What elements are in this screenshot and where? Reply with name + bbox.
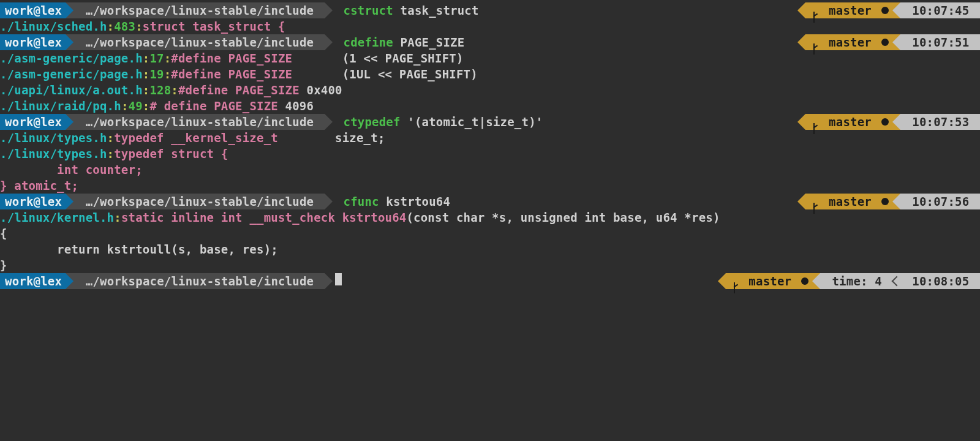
powerline-sep-icon	[892, 194, 900, 209]
git-branch-segment: master	[805, 2, 892, 18]
prompt-right-cluster: master 10:07:53	[797, 114, 980, 130]
prompt-right-cluster: master 10:07:56	[797, 194, 980, 209]
prompt-line[interactable]: work@lex …/workspace/linux-stable/includ…	[0, 114, 980, 130]
powerline-sep-icon	[797, 114, 805, 130]
git-branch-name: master	[821, 114, 878, 130]
powerline-sep-icon	[325, 273, 333, 289]
clock-segment: 10:07:53	[900, 114, 980, 130]
output-span: 128	[149, 83, 171, 97]
prompt-user: work@lex	[5, 273, 62, 289]
powerline-sep-icon	[325, 194, 333, 209]
output-span: :	[107, 131, 115, 145]
command-text[interactable]: cdefine PAGE_SIZE	[333, 34, 465, 50]
output-span: ./linux/sched.h	[0, 20, 107, 33]
prompt-user-segment: work@lex	[0, 114, 66, 130]
powerline-sep-icon	[66, 273, 74, 289]
git-dirty-dot-icon	[881, 198, 889, 205]
output-span: } atomic_t;	[0, 179, 78, 192]
prompt-user: work@lex	[5, 34, 62, 50]
elapsed-time-segment: time: 4	[820, 273, 893, 289]
git-dirty-dot-icon	[881, 118, 889, 126]
output-span: }	[0, 258, 7, 272]
output-span: return kstrtoull(s, base, res);	[0, 243, 278, 256]
output-span: :	[171, 83, 178, 97]
git-dirty-dot-icon	[881, 39, 889, 46]
output-span: 19	[149, 67, 164, 81]
prompt-user: work@lex	[5, 114, 62, 130]
powerline-sep-icon	[892, 114, 900, 130]
output-span: (1UL << PAGE_SHIFT)	[292, 67, 478, 81]
git-branch-name: master	[821, 194, 878, 209]
output-span: 17	[149, 51, 164, 65]
prompt-path-segment: …/workspace/linux-stable/include	[74, 273, 325, 289]
prompt-line[interactable]: work@lex …/workspace/linux-stable/includ…	[0, 34, 980, 50]
prompt-path-segment: …/workspace/linux-stable/include	[74, 194, 325, 209]
prompt-line[interactable]: work@lex …/workspace/linux-stable/includ…	[0, 194, 980, 209]
git-branch-name: master	[821, 34, 878, 50]
output-line: int counter;	[0, 162, 980, 178]
output-span: :	[135, 20, 143, 33]
output-span: :	[143, 83, 150, 97]
output-span: static inline int __must_check kstrtou64	[121, 211, 407, 224]
output-span: :	[121, 99, 129, 113]
powerline-sep-icon	[718, 273, 726, 289]
powerline-sep-icon	[812, 273, 820, 289]
output-span: :	[107, 20, 115, 33]
clock-time: 10:07:45	[905, 2, 976, 18]
output-span: ./linux/raid/pq.h	[0, 99, 121, 113]
prompt-line[interactable]: work@lex …/workspace/linux-stable/includ…	[0, 273, 980, 289]
git-branch-segment: master	[805, 194, 892, 209]
output-span: int counter;	[0, 163, 143, 176]
command-text[interactable]: ctypedef '(atomic_t|size_t)'	[333, 114, 543, 130]
powerline-sep-icon	[892, 34, 900, 50]
clock-segment: 10:07:45	[900, 2, 980, 18]
prompt-line[interactable]: work@lex …/workspace/linux-stable/includ…	[0, 2, 980, 18]
output-line: ./asm-generic/page.h:17:#define PAGE_SIZ…	[0, 50, 980, 66]
powerline-sep-icon	[797, 2, 805, 18]
thin-sep-icon	[893, 273, 900, 289]
command-text[interactable]: cstruct task_struct	[333, 2, 479, 18]
command-name: ctypedef	[336, 115, 401, 129]
prompt-right-cluster: master 10:07:51	[797, 34, 980, 50]
powerline-sep-icon	[797, 194, 805, 209]
git-dirty-dot-icon	[801, 277, 809, 285]
prompt-right-cluster: master time: 4 10:08:05	[718, 273, 980, 289]
output-line: } atomic_t;	[0, 178, 980, 194]
output-span: :	[114, 211, 121, 224]
command-args: '(atomic_t|size_t)'	[401, 115, 543, 129]
clock-time: 10:07:56	[905, 194, 976, 209]
output-span: #define PAGE_SIZE	[171, 67, 292, 81]
command-text[interactable]: cfunc kstrtou64	[333, 194, 450, 209]
output-span: :	[107, 147, 115, 160]
powerline-sep-icon	[325, 114, 333, 130]
prompt-path: …/workspace/linux-stable/include	[78, 114, 321, 130]
output-line: ./linux/kernel.h:static inline int __mus…	[0, 209, 980, 225]
output-span: ./linux/kernel.h	[0, 211, 114, 224]
output-line: return kstrtoull(s, base, res);	[0, 241, 980, 257]
prompt-path: …/workspace/linux-stable/include	[78, 273, 321, 289]
prompt-user: work@lex	[5, 2, 62, 18]
output-span: {	[0, 227, 7, 240]
terminal-viewport[interactable]: work@lex …/workspace/linux-stable/includ…	[0, 0, 980, 441]
clock-segment: 10:08:05	[900, 273, 980, 289]
clock-segment: 10:07:56	[900, 194, 980, 209]
output-span: 49	[129, 99, 143, 113]
git-branch-segment: master	[805, 114, 892, 130]
output-span: (1 << PAGE_SHIFT)	[292, 51, 463, 65]
prompt-user-segment: work@lex	[0, 34, 66, 50]
prompt-path-segment: …/workspace/linux-stable/include	[74, 114, 325, 130]
output-span: :	[143, 99, 150, 113]
powerline-sep-icon	[66, 34, 74, 50]
output-span: #define PAGE_SIZE	[171, 51, 292, 65]
output-line: {	[0, 225, 980, 241]
output-line: }	[0, 257, 980, 273]
powerline-sep-icon	[325, 34, 333, 50]
cursor-icon	[335, 273, 342, 285]
git-branch-name: master	[821, 2, 878, 18]
output-line: ./linux/raid/pq.h:49:# define PAGE_SIZE …	[0, 98, 980, 114]
output-line: ./linux/sched.h:483:struct task_struct {	[0, 18, 980, 34]
clock-segment: 10:07:51	[900, 34, 980, 50]
output-span: ./asm-generic/page.h	[0, 51, 143, 65]
output-span: :	[143, 67, 150, 81]
output-line: ./asm-generic/page.h:19:#define PAGE_SIZ…	[0, 66, 980, 82]
